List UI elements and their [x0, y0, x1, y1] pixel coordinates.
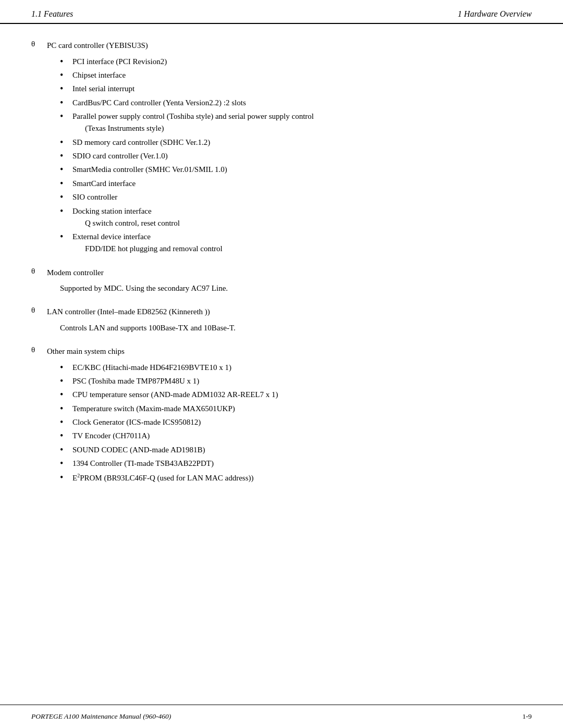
section-lan: θ LAN controller (Intel–made ED82562 (Ki… [31, 306, 532, 334]
main-content: θ PC card controller (YEBISU3S) • PCI in… [0, 40, 563, 537]
list-item: • Intel serial interrupt [60, 83, 532, 95]
bullet-dot: • [60, 403, 67, 415]
list-item: • CPU temperature sensor (AND‑made ADM10… [60, 389, 532, 401]
bullet-text: PSC (Toshiba made TMP87PM48U x 1) [72, 375, 199, 387]
page: 1.1 Features 1 Hardware Overview θ PC ca… [0, 0, 563, 728]
sub-text: (Texas Instruments style) [85, 122, 314, 134]
bullet-text: Intel serial interrupt [72, 83, 134, 95]
bullet-dot: • [60, 178, 67, 190]
theta-title-pc-card: PC card controller (YEBISU3S) [47, 40, 148, 52]
bullet-dot: • [60, 231, 67, 243]
list-item: • 1394 Controller (TI‑made TSB43AB22PDT) [60, 458, 532, 470]
bullet-text: SmartMedia controller (SMHC Ver.01/SMIL … [72, 164, 227, 176]
section-modem: θ Modem controller Supported by MDC. Usi… [31, 267, 532, 295]
list-item: • SDIO card controller (Ver.1.0) [60, 150, 532, 162]
bullet-text: Parallel power supply control (Toshiba s… [72, 110, 314, 122]
bullet-text: SmartCard interface [72, 178, 136, 190]
theta-symbol-pc-card: θ [31, 40, 41, 48]
list-item: • Clock Generator (ICS‑made ICS950812) [60, 416, 532, 428]
bullet-list-other: • EC/KBC (Hitachi‑made HD64F2169BVTE10 x… [60, 362, 532, 484]
list-item: • External device interface FDD/IDE hot … [60, 231, 532, 255]
list-item: • PSC (Toshiba made TMP87PM48U x 1) [60, 375, 532, 387]
page-header: 1.1 Features 1 Hardware Overview [0, 0, 563, 24]
bullet-text-docking: Docking station interface [72, 205, 180, 217]
list-item: • TV Encoder (CH7011A) [60, 430, 532, 442]
bullet-text: SIO controller [72, 191, 117, 203]
list-item: • EC/KBC (Hitachi‑made HD64F2169BVTE10 x… [60, 362, 532, 374]
bullet-dot: • [60, 150, 67, 162]
bullet-text: Clock Generator (ICS‑made ICS950812) [72, 416, 201, 428]
bullet-text: CardBus/PC Card controller (Yenta Versio… [72, 97, 246, 109]
bullet-text: EC/KBC (Hitachi‑made HD64F2169BVTE10 x 1… [72, 362, 231, 374]
section-other: θ Other main system chips • EC/KBC (Hita… [31, 346, 532, 484]
bullet-dot: • [60, 137, 67, 149]
list-item: • Temperature switch (Maxim‑made MAX6501… [60, 403, 532, 415]
bullet-text: SOUND CODEC (AND‑made AD1981B) [72, 444, 205, 456]
bullet-text: SDIO card controller (Ver.1.0) [72, 150, 168, 162]
bullet-dot: • [60, 97, 67, 109]
page-footer: PORTEGE A100 Maintenance Manual (960-460… [0, 705, 563, 728]
bullet-text: TV Encoder (CH7011A) [72, 430, 150, 442]
bullet-dot: • [60, 472, 67, 484]
bullet-dot: • [60, 164, 67, 176]
list-item: • E2PROM (BR93LC46F-Q (used for LAN MAC … [60, 472, 532, 484]
list-item: • Parallel power supply control (Toshiba… [60, 110, 532, 135]
bullet-text: PCI interface (PCI Revision2) [72, 56, 167, 68]
theta-title-lan: LAN controller (Intel–made ED82562 (Kinn… [47, 306, 210, 318]
bullet-dot: • [60, 191, 67, 203]
list-item: • SmartMedia controller (SMHC Ver.01/SMI… [60, 164, 532, 176]
bullet-text: 1394 Controller (TI‑made TSB43AB22PDT) [72, 458, 214, 470]
list-item: • CardBus/PC Card controller (Yenta Vers… [60, 97, 532, 109]
bullet-dot: • [60, 458, 67, 470]
theta-symbol-other: θ [31, 346, 41, 354]
footer-right: 1-9 [522, 712, 532, 721]
bullet-dot: • [60, 389, 67, 401]
bullet-dot: • [60, 69, 67, 81]
bullet-text: Chipset interface [72, 69, 126, 81]
theta-symbol-lan: θ [31, 306, 41, 315]
theta-symbol-modem: θ [31, 267, 41, 276]
bullet-dot: • [60, 444, 67, 456]
theta-item-lan: θ LAN controller (Intel–made ED82562 (Ki… [31, 306, 532, 318]
list-item: • PCI interface (PCI Revision2) [60, 56, 532, 68]
bullet-text: E2PROM (BR93LC46F-Q (used for LAN MAC ad… [72, 472, 254, 484]
header-right: 1 Hardware Overview [458, 9, 532, 19]
bullet-text: External device interface [72, 231, 223, 243]
sub-text: FDD/IDE hot plugging and removal control [85, 243, 223, 255]
list-item: • Chipset interface [60, 69, 532, 81]
theta-item-pc-card: θ PC card controller (YEBISU3S) [31, 40, 532, 52]
theta-item-modem: θ Modem controller [31, 267, 532, 279]
list-item: • SD memory card controller (SDHC Ver.1.… [60, 137, 532, 149]
list-item: • SmartCard interface [60, 178, 532, 190]
bullet-dot: • [60, 430, 67, 442]
paragraph-modem: Supported by MDC. Using the secondary AC… [60, 282, 532, 294]
section-pc-card: θ PC card controller (YEBISU3S) • PCI in… [31, 40, 532, 255]
bullet-dot: • [60, 83, 67, 95]
bullet-list-pc-card: • PCI interface (PCI Revision2) • Chipse… [60, 56, 532, 255]
bullet-dot: • [60, 375, 67, 387]
bullet-text: SD memory card controller (SDHC Ver.1.2) [72, 137, 210, 149]
bullet-dot: • [60, 205, 67, 217]
bullet-dot: • [60, 416, 67, 428]
bullet-text: CPU temperature sensor (AND‑made ADM1032… [72, 389, 278, 401]
bullet-dot: • [60, 362, 67, 374]
bullet-text: Temperature switch (Maxim‑made MAX6501UK… [72, 403, 235, 415]
list-item: • SIO controller [60, 191, 532, 203]
list-item: • SOUND CODEC (AND‑made AD1981B) [60, 444, 532, 456]
theta-title-other: Other main system chips [47, 346, 125, 357]
paragraph-lan: Controls LAN and supports 100Base-TX and… [60, 322, 532, 334]
header-left: 1.1 Features [31, 9, 73, 19]
theta-item-other: θ Other main system chips [31, 346, 532, 357]
bullet-dot: • [60, 110, 67, 122]
footer-left: PORTEGE A100 Maintenance Manual (960-460… [31, 712, 171, 721]
sub-text-docking: Q switch control, reset control [85, 217, 180, 229]
list-item: • Docking station interface Q switch con… [60, 205, 532, 230]
bullet-dot: • [60, 56, 67, 68]
theta-title-modem: Modem controller [47, 267, 104, 279]
